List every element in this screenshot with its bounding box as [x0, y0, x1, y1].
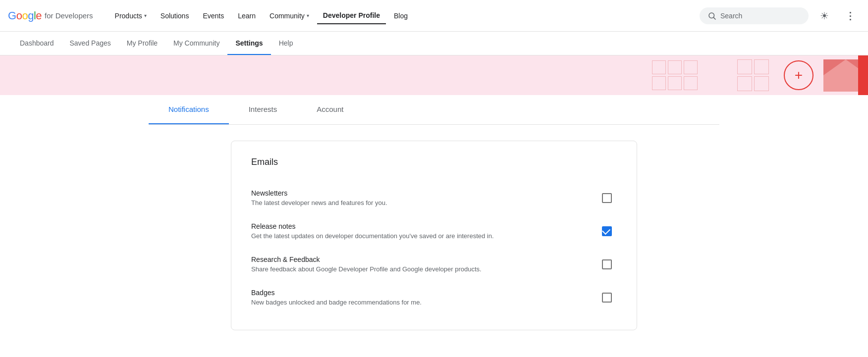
email-row-research-feedback: Research & Feedback Share feedback about…: [251, 248, 617, 281]
sub-nav-help[interactable]: Help: [271, 32, 301, 55]
shape-cell: [652, 60, 666, 74]
tab-interests[interactable]: Interests: [229, 95, 297, 124]
nav-item-learn[interactable]: Learn: [232, 8, 262, 24]
checkbox-wrap-research-feedback: [597, 259, 617, 269]
email-name-badges: Badges: [251, 289, 597, 297]
svg-point-0: [709, 13, 714, 18]
nav-item-products[interactable]: Products ▾: [109, 8, 153, 24]
top-nav-right: Search ☀ ⋮: [700, 6, 860, 26]
email-row-badges: Badges New badges unlocked and badge rec…: [251, 281, 617, 314]
checkbox-wrap-badges: [597, 293, 617, 303]
search-box[interactable]: Search: [700, 7, 809, 24]
sub-nav-dashboard[interactable]: Dashboard: [12, 32, 62, 55]
email-desc-release-notes: Get the latest updates on developer docu…: [251, 232, 597, 240]
sub-nav: Dashboard Saved Pages My Profile My Comm…: [0, 32, 868, 55]
theme-toggle-button[interactable]: ☀: [814, 6, 834, 26]
checkbox-newsletters[interactable]: [602, 193, 612, 203]
chevron-down-icon: ▾: [144, 13, 147, 18]
nav-item-developer-profile[interactable]: Developer Profile: [317, 7, 386, 24]
search-label: Search: [720, 12, 742, 20]
email-desc-badges: New badges unlocked and badge recommenda…: [251, 299, 597, 306]
main-content: Notifications Interests Account Emails N…: [137, 95, 731, 330]
svg-line-1: [713, 17, 715, 19]
email-name-release-notes: Release notes: [251, 222, 597, 230]
email-info-newsletters: Newsletters The latest developer news an…: [251, 189, 597, 206]
sub-nav-my-community[interactable]: My Community: [165, 32, 227, 55]
nav-item-blog[interactable]: Blog: [388, 8, 414, 24]
top-nav: Google for Developers Products ▾ Solutio…: [0, 0, 868, 32]
sub-nav-saved-pages[interactable]: Saved Pages: [62, 32, 119, 55]
email-name-research-feedback: Research & Feedback: [251, 255, 597, 263]
email-info-research-feedback: Research & Feedback Share feedback about…: [251, 255, 597, 273]
shape-cell: [684, 60, 698, 74]
checkbox-research-feedback[interactable]: [602, 259, 612, 269]
sub-nav-my-profile[interactable]: My Profile: [119, 32, 165, 55]
more-icon: ⋮: [845, 10, 855, 22]
shape-cell: [668, 76, 682, 90]
email-name-newsletters: Newsletters: [251, 189, 597, 197]
sun-icon: ☀: [820, 10, 829, 22]
nav-item-solutions[interactable]: Solutions: [155, 8, 195, 24]
checkbox-badges[interactable]: [602, 293, 612, 303]
email-desc-research-feedback: Share feedback about Google Developer Pr…: [251, 265, 597, 273]
settings-tabs: Notifications Interests Account: [149, 95, 719, 125]
tab-account[interactable]: Account: [297, 95, 363, 124]
nav-item-community[interactable]: Community ▾: [264, 8, 315, 24]
checkbox-release-notes[interactable]: [602, 226, 612, 236]
top-nav-links: Products ▾ Solutions Events Learn Commun…: [109, 7, 700, 24]
emails-card: Emails Newsletters The latest developer …: [231, 141, 637, 330]
red-bar: [858, 55, 868, 95]
email-info-badges: Badges New badges unlocked and badge rec…: [251, 289, 597, 306]
tab-notifications[interactable]: Notifications: [149, 95, 229, 124]
chevron-down-icon: ▾: [307, 13, 309, 18]
circle-plus-icon: +: [784, 60, 814, 90]
email-row-newsletters: Newsletters The latest developer news an…: [251, 181, 617, 214]
google-logo: Google: [8, 9, 42, 22]
email-info-release-notes: Release notes Get the latest updates on …: [251, 222, 597, 240]
more-options-button[interactable]: ⋮: [840, 6, 860, 26]
nav-item-events[interactable]: Events: [197, 8, 230, 24]
sub-nav-settings[interactable]: Settings: [227, 32, 271, 55]
shape-cell: [668, 60, 682, 74]
checkbox-wrap-release-notes: [597, 226, 617, 236]
shape-cell: [684, 76, 698, 90]
hero-decoration: +: [670, 55, 868, 95]
logo-suffix: for Developers: [45, 11, 93, 20]
hero-banner: +: [0, 55, 868, 95]
email-row-release-notes: Release notes Get the latest updates on …: [251, 214, 617, 248]
shape-grid: [652, 60, 698, 90]
logo[interactable]: Google for Developers: [8, 9, 93, 22]
shape-cell: [652, 76, 666, 90]
email-desc-newsletters: The latest developer news and features f…: [251, 199, 597, 206]
search-icon: [707, 11, 716, 20]
checkbox-wrap-newsletters: [597, 193, 617, 203]
emails-title: Emails: [251, 157, 617, 167]
